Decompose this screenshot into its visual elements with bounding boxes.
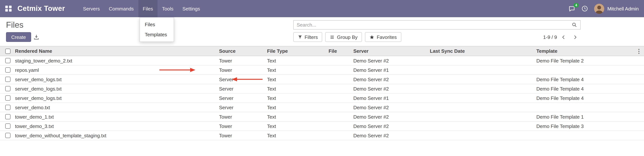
cell-template: [536, 65, 634, 75]
cell-server: Demo Server #2: [353, 121, 430, 131]
cell-options: [634, 121, 644, 131]
table-row[interactable]: tower_demo_without_template_staging.txt …: [0, 131, 644, 140]
row-checkbox-cell[interactable]: [0, 131, 15, 140]
column-header-file-type[interactable]: File Type: [267, 46, 328, 56]
row-checkbox[interactable]: [5, 105, 10, 110]
row-checkbox[interactable]: [5, 95, 10, 101]
favorites-label: Favorites: [377, 34, 397, 40]
table-row[interactable]: tower_demo_3.txt Tower Text Demo Server …: [0, 121, 644, 131]
table-row[interactable]: staging_tower_demo_2.txt Tower Text Demo…: [0, 56, 644, 65]
cell-rendered-name: staging_tower_demo_2.txt: [15, 56, 219, 65]
files-list-table: Rendered Name Source File Type File Serv…: [0, 46, 644, 140]
row-checkbox[interactable]: [5, 86, 10, 91]
optional-columns-toggle[interactable]: ⋮: [634, 46, 644, 56]
messages-icon[interactable]: 4: [568, 5, 575, 12]
nav-menu-servers[interactable]: Servers: [78, 0, 104, 17]
apps-grid-icon[interactable]: [5, 6, 12, 12]
star-icon: [370, 35, 374, 39]
cell-last-sync-date: [430, 121, 536, 131]
cell-file-type: Text: [267, 131, 328, 140]
cell-file: [328, 121, 353, 131]
row-checkbox[interactable]: [5, 67, 10, 73]
cell-file-type: Text: [267, 93, 328, 103]
filters-button[interactable]: Filters: [293, 32, 322, 42]
row-checkbox-cell[interactable]: [0, 121, 15, 131]
dropdown-item-files[interactable]: Files: [140, 19, 174, 30]
filters-label: Filters: [304, 34, 318, 40]
cell-file: [328, 112, 353, 121]
app-brand[interactable]: Cetmix Tower: [18, 4, 65, 13]
cell-file: [328, 65, 353, 75]
nav-menu-settings[interactable]: Settings: [178, 0, 204, 17]
column-header-template[interactable]: Template: [536, 46, 634, 56]
search-options: Filters Group By Favorites: [293, 32, 401, 42]
row-checkbox-cell[interactable]: [0, 103, 15, 112]
nav-menu-tools[interactable]: Tools: [158, 0, 178, 17]
search-icon[interactable]: [572, 22, 577, 28]
nav-menu-commands[interactable]: Commands: [104, 0, 138, 17]
cell-rendered-name: tower_demo_without_template_staging.txt: [15, 131, 219, 140]
cell-template: Demo File Template 4: [536, 75, 634, 84]
column-header-file[interactable]: File: [328, 46, 353, 56]
cell-rendered-name: server_demo_logs.txt: [15, 84, 219, 93]
pager-range: 1-9 / 9: [543, 34, 557, 40]
row-checkbox-cell[interactable]: [0, 84, 15, 93]
row-checkbox-cell[interactable]: [0, 112, 15, 121]
cell-options: [634, 112, 644, 121]
pager-previous-button[interactable]: [558, 33, 568, 41]
pager-next-button[interactable]: [570, 33, 580, 41]
column-header-rendered-name[interactable]: Rendered Name: [15, 46, 219, 56]
row-checkbox[interactable]: [5, 133, 10, 138]
cell-source: Tower: [219, 112, 267, 121]
nav-menu-files[interactable]: Files: [138, 0, 158, 17]
table-row[interactable]: repos.yaml Tower Text Demo Server #1: [0, 65, 644, 75]
table-row[interactable]: server_demo_logs.txt Server Text Demo Se…: [0, 93, 644, 103]
pager: 1-9 / 9: [543, 32, 580, 42]
cell-source: Server: [219, 103, 267, 112]
row-checkbox[interactable]: [5, 58, 10, 63]
cell-file: [328, 103, 353, 112]
cell-source: Server: [219, 93, 267, 103]
search-input[interactable]: [297, 22, 572, 28]
row-checkbox[interactable]: [5, 123, 10, 129]
column-header-source[interactable]: Source: [219, 46, 267, 56]
row-checkbox[interactable]: [5, 77, 10, 82]
cell-options: [634, 75, 644, 84]
row-checkbox-cell[interactable]: [0, 56, 15, 65]
cell-last-sync-date: [430, 131, 536, 140]
cell-template: Demo File Template 4: [536, 93, 634, 103]
cell-template: [536, 103, 634, 112]
page-title: Files: [6, 20, 24, 30]
app-window: Cetmix Tower Servers Commands Files Tool…: [0, 0, 644, 156]
cell-server: Demo Server #1: [353, 93, 430, 103]
column-header-last-sync-date[interactable]: Last Sync Date: [430, 46, 536, 56]
download-icon: [34, 34, 40, 40]
cell-source: Tower: [219, 131, 267, 140]
favorites-button[interactable]: Favorites: [365, 32, 401, 42]
select-all-checkbox[interactable]: [5, 48, 10, 54]
cell-rendered-name: tower_demo_1.txt: [15, 112, 219, 121]
cell-last-sync-date: [430, 84, 536, 93]
activity-clock-icon[interactable]: [581, 5, 588, 12]
table-row[interactable]: server_demo.txt Server Text Demo Server …: [0, 103, 644, 112]
table-row[interactable]: server_demo_logs.txt Server Text Demo Se…: [0, 75, 644, 84]
export-download-button[interactable]: [31, 32, 42, 42]
cell-file: [328, 131, 353, 140]
row-checkbox-cell[interactable]: [0, 75, 15, 84]
cell-last-sync-date: [430, 56, 536, 65]
select-all-cell[interactable]: [0, 46, 15, 56]
cell-file-type: Text: [267, 103, 328, 112]
row-checkbox[interactable]: [5, 114, 10, 119]
user-menu[interactable]: Mitchell Admin: [594, 3, 639, 14]
cell-server: Demo Server #2: [353, 75, 430, 84]
row-checkbox-cell[interactable]: [0, 93, 15, 103]
row-checkbox-cell[interactable]: [0, 65, 15, 75]
table-row[interactable]: server_demo_logs.txt Server Text Demo Se…: [0, 84, 644, 93]
column-header-server[interactable]: Server: [353, 46, 430, 56]
create-button[interactable]: Create: [6, 32, 31, 42]
cell-file-type: Text: [267, 65, 328, 75]
dropdown-item-templates[interactable]: Templates: [140, 30, 174, 40]
table-row[interactable]: tower_demo_1.txt Tower Text Demo Server …: [0, 112, 644, 121]
group-by-button[interactable]: Group By: [326, 32, 362, 42]
cell-source: Server: [219, 75, 267, 84]
